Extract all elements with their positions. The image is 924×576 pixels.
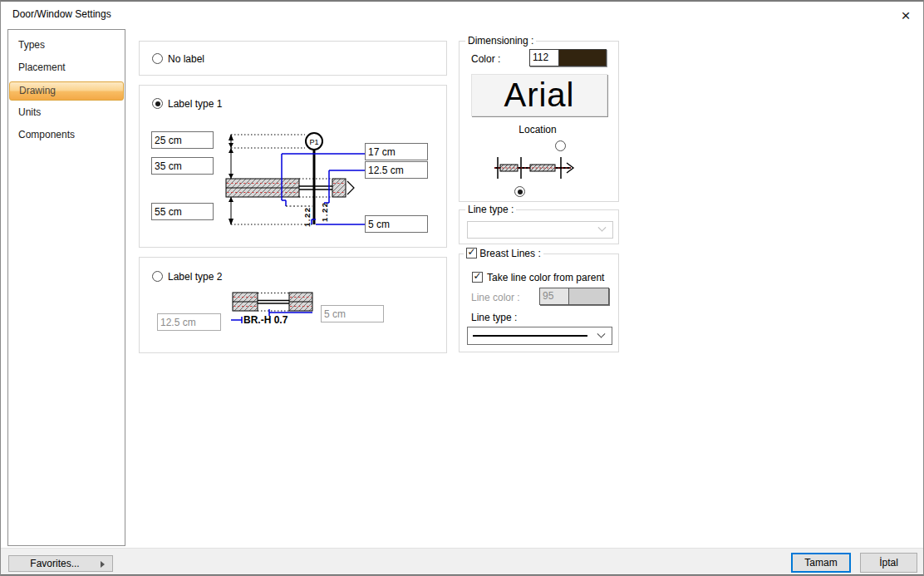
color-value: 112 [530, 50, 559, 66]
dim-text-right: 1.22 [320, 202, 329, 223]
close-button[interactable]: × [892, 3, 920, 27]
label-type-1-drawing: P1 1.22 1.22 [219, 126, 365, 248]
lt1-field-mid-offset[interactable] [151, 157, 214, 175]
location-above-radio[interactable] [555, 140, 566, 151]
location-below-radio[interactable] [514, 186, 525, 197]
sidebar-item-drawing[interactable]: Drawing [9, 81, 124, 101]
dialog-window: Door/Window Settings × Types Placement D… [0, 0, 924, 576]
location-drawing [493, 155, 579, 183]
breast-lines-title: Breast Lines : [479, 248, 540, 259]
label-type-2-drawing: BR.-H 0.7 [231, 289, 317, 327]
dimension-color-field[interactable]: 112 [529, 49, 607, 66]
take-line-color-checkbox[interactable] [472, 272, 483, 283]
dimensioning-title: Dimensioning : [465, 35, 536, 47]
font-name: Arial [504, 76, 574, 114]
no-label-text: No label [168, 53, 204, 65]
sidebar-item-units[interactable]: Units [8, 102, 125, 125]
label-type-2-text: Label type 2 [168, 271, 222, 283]
sidebar: Types Placement Drawing Units Components [7, 29, 125, 546]
flyout-arrow-icon [101, 561, 105, 568]
favorites-button[interactable]: Favorites... [8, 555, 113, 572]
title-bar: Door/Window Settings × [1, 2, 923, 28]
footer-bar [1, 548, 924, 574]
breast-lines-checkbox[interactable] [466, 248, 477, 258]
color-swatch[interactable] [559, 50, 606, 66]
ok-button[interactable]: Tamam [791, 553, 851, 573]
line-color-swatch[interactable] [569, 288, 608, 304]
lt1-field-right-2[interactable] [365, 161, 428, 179]
chevron-down-icon [598, 224, 607, 232]
breast-height-text: BR.-H 0.7 [243, 314, 288, 326]
font-preview-button[interactable]: Arial [471, 74, 607, 116]
line-color-value: 95 [540, 288, 569, 304]
label-type-2-radio[interactable] [152, 271, 163, 282]
line-type-title: Line type : [465, 204, 516, 215]
lt2-field-right[interactable] [321, 305, 384, 322]
location-label: Location [494, 124, 581, 135]
label-type-1-radio[interactable] [152, 98, 163, 109]
line-color-label: Line color : [471, 292, 520, 303]
close-icon: × [901, 7, 910, 23]
chevron-down-icon [597, 329, 606, 337]
p1-marker-label: P1 [309, 138, 318, 146]
no-label-radio[interactable] [152, 53, 163, 64]
cancel-button[interactable]: İptal [860, 553, 917, 573]
sidebar-item-components[interactable]: Components [8, 125, 125, 147]
color-label: Color : [471, 53, 500, 65]
breast-line-color-field[interactable]: 95 [539, 288, 609, 305]
lt1-field-right-1[interactable] [365, 143, 428, 160]
dim-text-left: 1.22 [302, 207, 312, 228]
solid-line-preview [473, 335, 587, 337]
sidebar-item-types[interactable]: Types [8, 35, 125, 57]
line-type-dropdown[interactable] [467, 221, 613, 239]
cancel-label: İptal [879, 557, 898, 569]
label-type-1-text: Label type 1 [168, 98, 222, 110]
favorites-label: Favorites... [30, 558, 79, 569]
lt1-field-top-offset[interactable] [151, 131, 214, 149]
lt2-field-left[interactable] [157, 313, 221, 331]
lt1-field-bottom-offset[interactable] [151, 203, 214, 220]
breast-line-type-dropdown[interactable] [467, 327, 612, 345]
take-line-color-label: Take line color from parent [487, 272, 604, 283]
ok-label: Tamam [804, 557, 837, 569]
page-title: Door/Window Settings [12, 8, 111, 20]
breast-line-type-label: Line type : [471, 312, 517, 323]
breast-lines-header: Breast Lines : [464, 248, 543, 259]
sidebar-item-placement[interactable]: Placement [8, 57, 125, 80]
lt1-field-right-3[interactable] [365, 215, 428, 233]
